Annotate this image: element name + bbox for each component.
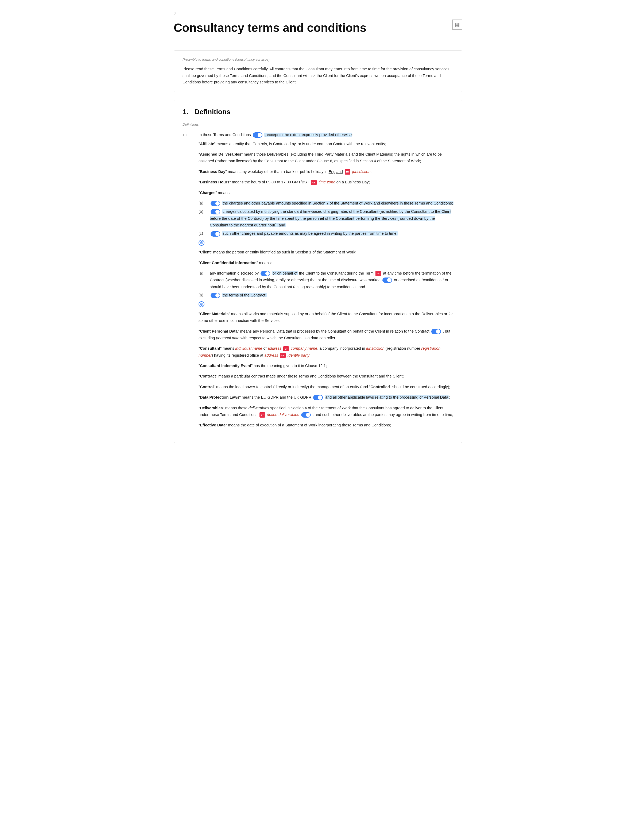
charges-list: (a) the charges and other payable amount… [198,200,453,246]
cci-b-highlight: the terms of the Contract; [222,293,267,297]
def-client: "Client" means the person or entity iden… [198,249,453,256]
eu-gdpr: EU GDPR [261,395,279,399]
preamble-block: Preamble to terms and conditions (consul… [174,50,462,92]
term-deliverables: Deliverables [200,406,223,410]
def-business-day: "Business Day" means any weekday other t… [198,169,453,175]
or-badge-2: or [311,180,316,185]
term-client-materials: Client Materials [200,312,228,316]
term-dpl: Data Protection Laws [200,395,239,399]
def-cci: "Client Confidential Information" means: [198,260,453,266]
or-badge-cci: or [375,271,381,276]
charges-c-highlight: such other charges and payable amounts a… [222,231,398,235]
clause-1-1-intro: In these Terms and Conditions , except t… [198,131,453,138]
charges-item-b: (b) charges calculated by multiplying th… [198,208,453,229]
or-badge-1: or [345,169,350,174]
jurisdiction-1: jurisdiction [352,169,371,174]
toggle-charges-b[interactable] [211,209,220,215]
toggle-cci-b[interactable] [211,293,220,298]
def-deliverables: "Deliverables" means those deliverables … [198,405,453,418]
def-affiliate: "Affiliate" means an entity that Control… [198,141,453,147]
toggle-cci-a2[interactable] [383,278,392,283]
def-consultant: "Consultant" means individual name of ad… [198,345,453,359]
toggle-dpl[interactable] [313,395,323,400]
clause-1-1: 1.1 In these Terms and Conditions , exce… [183,131,453,432]
add-charges-item-btn[interactable]: ⊕ [198,240,205,246]
consultant-jurisdiction: jurisdiction [366,346,384,351]
charges-item-c: (c) such other charges and payable amoun… [198,230,453,237]
time-range: 09:00 to 17:00 GMT/BST [266,180,309,184]
consultant-individual: individual name [235,346,263,351]
def-control: "Control" means the legal power to contr… [198,384,453,390]
toggle-deliverables[interactable] [301,412,311,418]
cci-label-a: (a) [198,270,207,291]
preamble-text: Please read these Terms and Conditions c… [183,66,453,85]
preamble-label: Preamble to terms and conditions (consul… [183,57,453,63]
toggle-cci-a[interactable] [261,271,270,276]
toggle-charges-a[interactable] [211,201,220,206]
charges-label-b: (b) [198,208,207,229]
def-contract: "Contract" means a particular contract m… [198,373,453,380]
or-badge-deliverables: or [260,412,265,417]
charges-content-a: the charges and other payable amounts sp… [210,200,453,207]
cci-a-highlight-1: or on behalf of [272,271,298,275]
doc-icon[interactable]: ▦ [452,19,462,30]
def-effective-date: "Effective Date" means the date of execu… [198,422,453,429]
uk-gdpr: UK GDPR [294,395,311,399]
section-1-block: 1. Definitions Definitions 1.1 In these … [174,100,462,443]
cci-item-b: (b) the terms of the Contract; [198,292,453,298]
clause-num-1-1: 1.1 [183,131,194,432]
consultant-reg-address: address [264,353,278,357]
def-client-materials: "Client Materials" means all works and m… [198,311,453,324]
consultant-identify: identify party [288,353,309,357]
toggle-charges-c[interactable] [211,231,220,237]
def-business-hours: "Business Hours" means the hours of 09:0… [198,179,453,186]
consultant-reg-number: registration number [198,346,441,357]
term-client-personal-data: Client Personal Data [200,329,238,333]
charges-content-b: charges calculated by multiplying the st… [210,208,453,229]
page-number: 3 [174,11,462,16]
cci-item-a: (a) any information disclosed by or on b… [198,270,453,291]
charges-label-a: (a) [198,200,207,207]
toggle-1-1[interactable] [253,132,263,138]
doc-title: Consultancy terms and conditions [174,19,366,42]
timezone: time zone [318,180,335,184]
term-controlled: Controlled [370,385,390,389]
def-charges: "Charges" means: [198,189,453,196]
charges-a-highlight: the charges and other payable amounts sp… [222,201,453,205]
def-client-personal-data: "Client Personal Data" means any Persona… [198,328,453,342]
term-business-hours: Business Hours [200,180,229,184]
charges-b-highlight: charges calculated by multiplying the st… [210,209,451,227]
term-assigned-deliverables: Assigned Deliverables [200,152,241,156]
def-consultant-indemnity: "Consultant Indemnity Event" has the mea… [198,363,453,369]
dpl-highlight: and all other applicable laws relating t… [325,395,449,399]
cci-list: (a) any information disclosed by or on b… [198,270,453,308]
definitions-label: Definitions [183,122,453,128]
or-badge-consultant-2: or [280,353,286,358]
def-dpl: "Data Protection Laws" means the EU GDPR… [198,394,453,401]
term-effective-date: Effective Date [200,423,225,427]
consultant-company: company name [291,346,317,351]
term-control: Control [200,385,214,389]
deliverables-italic: deliverables [249,406,269,410]
define-deliverables: define deliverables [267,412,299,417]
add-cci-item-btn[interactable]: ⊕ [198,301,205,307]
intro-highlight: , except to the extent expressly provide… [264,133,353,137]
term-client: Client [200,250,211,254]
cci-content-b: the terms of the Contract; [210,292,453,298]
term-business-day: Business Day [200,169,225,174]
cci-label-b: (b) [198,292,207,298]
term-cci: Client Confidential Information [200,261,257,265]
term-consultant: Consultant [200,346,220,351]
term-consultant-indemnity: Consultant Indemnity Event [200,363,251,368]
or-badge-consultant-1: or [283,346,289,351]
personal-data-italic: personal data [216,336,239,340]
charges-content-c: such other charges and payable amounts a… [210,230,453,237]
section-1-title: 1. Definitions [183,106,453,118]
consultant-address: address [268,346,282,351]
term-contract: Contract [200,374,216,378]
charges-item-a: (a) the charges and other payable amount… [198,200,453,207]
toggle-cpd[interactable] [431,329,441,334]
england-highlight: England [329,169,343,174]
clause-1-1-content: In these Terms and Conditions , except t… [198,131,453,432]
term-charges: Charges [200,191,216,195]
